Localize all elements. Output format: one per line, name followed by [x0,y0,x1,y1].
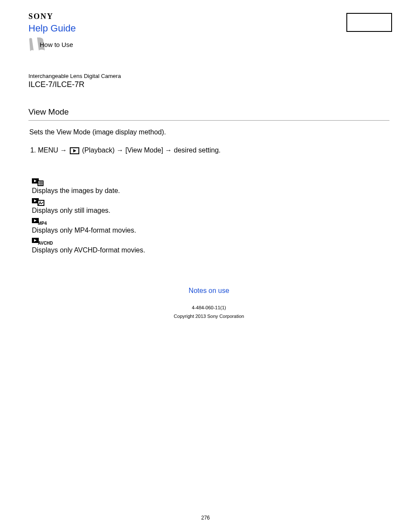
mp4-view-icon: MP4 [32,218,49,226]
svg-point-12 [40,202,41,203]
step-post: (Playback) → [View Mode] → desired setti… [80,146,221,154]
step-1: MENU → (Playback) → [View Mode] → desire… [38,146,389,154]
svg-text:MP4: MP4 [38,221,47,226]
how-to-use-label: How to Use [40,41,73,48]
steps-list: MENU → (Playback) → [View Mode] → desire… [38,146,389,154]
page-number: 276 [0,515,411,521]
svg-marker-1 [73,149,76,152]
svg-rect-4 [38,181,43,186]
product-subtitle: Interchangeable Lens Digital Camera [28,73,389,79]
still-view-desc: Displays only still images. [32,207,389,215]
page-title: View Mode [28,107,389,117]
print-box[interactable] [346,13,392,32]
avchd-view-icon: AVCHD [32,238,58,246]
step-pre: MENU → [38,146,69,154]
notes-on-use-link[interactable]: Notes on use [189,287,229,294]
how-to-use-block: How to Use [28,37,389,52]
footer: Notes on use 4-484-060-11(1) Copyright 2… [28,287,389,319]
divider [28,120,389,121]
playback-icon [70,147,79,154]
still-view-icon [32,198,45,206]
help-guide-link[interactable]: Help Guide [28,23,76,34]
mp4-view-desc: Displays only MP4-format movies. [32,227,389,234]
copyright: Copyright 2013 Sony Corporation [28,314,389,319]
date-view-icon [32,178,44,186]
product-model: ILCE-7/ILCE-7R [28,80,389,89]
intro-text: Sets the View Mode (image display method… [29,128,389,136]
svg-text:AVCHD: AVCHD [38,241,53,246]
modes-block: Displays the images by date. Displays on… [32,178,389,254]
date-view-desc: Displays the images by date. [32,187,389,195]
svg-rect-11 [38,200,44,205]
document-number: 4-484-060-11(1) [28,305,389,310]
brand-logo: SONY [28,12,389,21]
avchd-view-desc: Displays only AVCHD-format movies. [32,246,389,254]
